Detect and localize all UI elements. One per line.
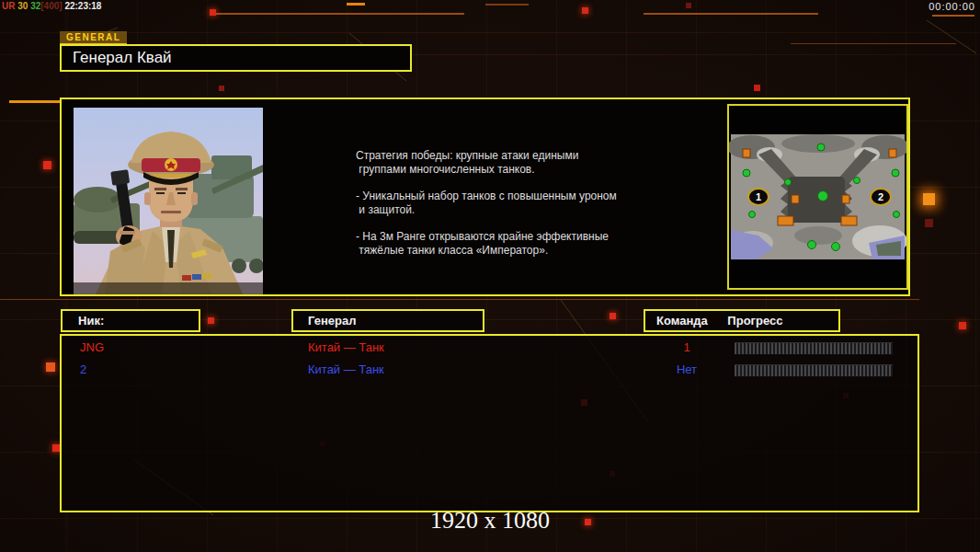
- match-timer: 00:00:00: [929, 1, 975, 12]
- minimap: 1 2: [729, 106, 906, 288]
- deco-square: [208, 317, 214, 324]
- player-row: 2 Китай — Танк Нет: [62, 362, 917, 379]
- start-position-2: 2: [878, 191, 883, 202]
- deco-line: [791, 43, 956, 44]
- deco-line: [347, 3, 365, 6]
- deco-square: [686, 3, 691, 8]
- player-nick: JNG: [80, 340, 104, 354]
- player-team: 1: [650, 340, 724, 354]
- deco-square: [52, 444, 60, 452]
- header-general: Генерал: [291, 309, 484, 332]
- general-name-label: Генерал Квай: [73, 49, 172, 66]
- minimap-preview: 1 2: [727, 104, 908, 290]
- deco-square: [582, 7, 588, 14]
- player-general: Китай — Танк: [308, 340, 384, 354]
- deco-square: [219, 86, 224, 91]
- deco-line: [9, 100, 62, 103]
- general-portrait: [74, 108, 263, 294]
- debug-segment: [400]: [40, 1, 64, 11]
- deco-line: [485, 4, 529, 6]
- deco-square: [925, 219, 933, 227]
- deco-square: [610, 313, 616, 319]
- debug-segment: 32: [30, 1, 40, 11]
- description-paragraph: Стратегия победы: крупные атаки едиными …: [356, 149, 673, 177]
- header-nick-label: Ник:: [78, 314, 104, 328]
- deco-line: [644, 13, 818, 15]
- player-team: Нет: [650, 362, 724, 376]
- player-row: JNG Китай — Танк 1: [62, 340, 917, 357]
- description-paragraph: - Уникальный набор танков с повышенным у…: [356, 190, 673, 217]
- general-name-title: Генерал Квай: [60, 44, 412, 72]
- timer-underline: [932, 15, 974, 17]
- header-progress-label: Прогресс: [727, 314, 782, 328]
- description-paragraph: - На 3м Ранге открываются крайне эффекти…: [356, 230, 673, 258]
- header-team-label: Команда: [656, 314, 708, 328]
- start-position-1: 1: [756, 191, 761, 202]
- player-general: Китай — Танк: [308, 362, 384, 376]
- deco-line: [211, 13, 464, 15]
- header-general-label: Генерал: [308, 314, 356, 328]
- deco-line: [0, 299, 919, 300]
- header-nick: Ник:: [61, 309, 200, 332]
- header-team-progress: Команда Прогресс: [644, 309, 840, 332]
- deco-square: [959, 322, 966, 329]
- debug-segment: 22:23:18: [64, 1, 101, 11]
- debug-segment: 30: [17, 1, 30, 11]
- deco-square: [210, 9, 216, 16]
- deco-square: [923, 193, 935, 205]
- progress-bar: [735, 342, 893, 355]
- progress-bar: [735, 364, 893, 377]
- debug-segment: UR: [2, 1, 17, 11]
- player-nick: 2: [80, 362, 86, 376]
- general-info-panel: Стратегия победы: крупные атаки едиными …: [60, 98, 910, 296]
- player-list-panel: JNG Китай — Танк 1 2 Китай — Танк Нет: [60, 334, 919, 512]
- general-description: Стратегия победы: крупные атаки едиными …: [356, 149, 673, 270]
- game-lobby-screen: UR 30 32[400] 22:23:18 00:00:00 GENERAL …: [0, 0, 980, 552]
- deco-square: [43, 161, 51, 169]
- deco-square: [754, 85, 760, 91]
- resolution-label: 1920 x 1080: [0, 507, 980, 535]
- debug-stats-readout: UR 30 32[400] 22:23:18: [2, 1, 101, 11]
- deco-square: [46, 362, 55, 372]
- tab-general[interactable]: GENERAL: [60, 31, 127, 45]
